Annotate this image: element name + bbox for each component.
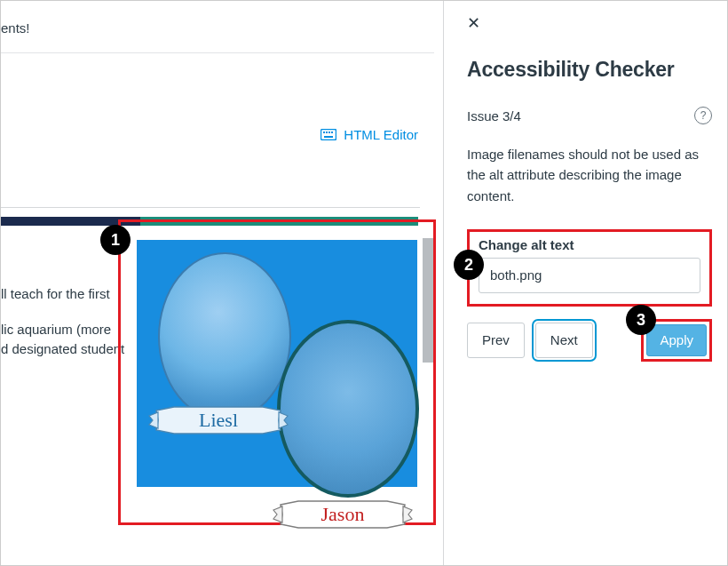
svg-rect-5 [324,136,333,138]
panel-title: Accessibility Checker [467,58,712,82]
annotation-badge-2: 2 [454,250,484,280]
ribbon-liesl-label: Liesl [199,409,238,432]
portrait-jason [277,320,419,498]
apply-button[interactable]: Apply [646,324,707,356]
highlighted-image-region[interactable]: Liesl Jason [118,219,436,525]
portrait-liesl [158,252,291,421]
ribbon-jason-label: Jason [321,503,365,526]
divider [1,52,434,53]
button-row: Prev Next Apply [467,319,712,362]
next-button[interactable]: Next [535,323,593,358]
alt-text-field-block: Change alt text [467,229,712,307]
alt-text-input[interactable] [479,258,700,293]
svg-rect-3 [328,132,330,133]
annotation-badge-1: 1 [100,225,131,255]
cropped-heading-text: ents! [1,20,30,36]
issue-description: Image filenames should not be used as th… [467,144,712,206]
ribbon-jason: Jason [272,494,414,535]
annotation-badge-3: 3 [626,305,656,335]
body-text-fragment-1: ll teach for the first [1,284,110,304]
svg-rect-1 [323,132,325,133]
ribbon-liesl: Liesl [147,400,289,441]
svg-rect-2 [326,132,328,133]
alt-text-label: Change alt text [479,237,700,252]
keyboard-icon [320,129,336,140]
svg-rect-0 [321,130,336,140]
html-editor-link-label: HTML Editor [344,127,418,142]
editor-main-area: ents! HTML Editor ll teach for the first… [1,1,443,566]
issue-counter: Issue 3/4 [467,108,521,124]
scrollbar-thumb[interactable] [423,238,433,363]
accessibility-checker-panel: ✕ Accessibility Checker Issue 3/4 ? Imag… [443,1,728,566]
close-icon[interactable]: ✕ [467,13,712,33]
body-text-fragment-2: lic aquarium (more d designated student [1,320,124,359]
svg-rect-4 [331,132,333,133]
help-icon[interactable]: ? [694,107,712,124]
html-editor-link[interactable]: HTML Editor [320,127,418,142]
prev-button[interactable]: Prev [467,323,525,358]
